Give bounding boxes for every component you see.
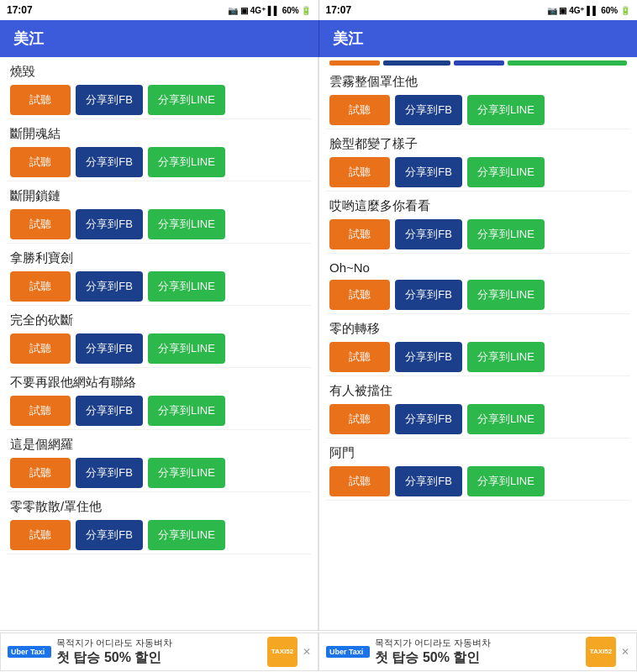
song-title-left-1: 燒毀 (10, 64, 308, 80)
progress-orange (329, 60, 380, 66)
song-buttons-right-6: 試聽 分享到FB 分享到LINE (329, 404, 627, 434)
time-right: 17:07 (326, 4, 352, 16)
song-buttons-left-5: 試聽 分享到FB 分享到LINE (10, 333, 308, 364)
fb-button-right-4[interactable]: 分享到FB (395, 280, 462, 310)
progress-green (508, 60, 627, 66)
fb-button-left-5[interactable]: 分享到FB (76, 333, 143, 364)
listen-button-left-5[interactable]: 試聽 (10, 333, 71, 364)
song-title-right-4: Oh~No (329, 260, 627, 275)
progress-darkblue (454, 60, 504, 66)
ad-close-left[interactable]: ✕ (303, 646, 311, 658)
song-title-left-3: 斷開鎖鏈 (10, 188, 308, 204)
listen-button-right-5[interactable]: 試聽 (329, 342, 390, 372)
song-title-right-3: 哎哟這麼多你看看 (329, 198, 627, 214)
ad-logo-left: Uber Taxi (8, 646, 51, 658)
listen-button-left-6[interactable]: 試聽 (10, 396, 71, 426)
app-header-left: 美江 (0, 20, 318, 57)
line-button-right-1[interactable]: 分享到LINE (467, 95, 545, 125)
listen-button-left-1[interactable]: 試聽 (10, 85, 71, 115)
fb-button-left-4[interactable]: 分享到FB (76, 271, 143, 302)
song-buttons-right-7: 試聽 分享到FB 分享到LINE (329, 466, 627, 496)
fb-button-right-5[interactable]: 分享到FB (395, 342, 462, 372)
song-item-right-6: 有人被擋住 試聽 分享到FB 分享到LINE (326, 376, 630, 438)
fb-button-left-1[interactable]: 分享到FB (76, 85, 143, 115)
progress-blue (383, 60, 450, 66)
song-title-left-4: 拿勝利寶劍 (10, 250, 308, 266)
ad-tagline-left: 목적지가 어디라도 자동벼차 (56, 637, 262, 649)
listen-button-right-7[interactable]: 試聽 (329, 466, 390, 496)
fb-button-left-7[interactable]: 分享到FB (76, 458, 143, 488)
line-button-right-2[interactable]: 分享到LINE (467, 157, 545, 187)
song-buttons-left-1: 試聽 分享到FB 分享到LINE (10, 85, 308, 115)
listen-button-left-4[interactable]: 試聽 (10, 271, 71, 302)
time-left: 17:07 (7, 4, 33, 16)
line-button-right-6[interactable]: 分享到LINE (467, 404, 545, 434)
song-item-right-5: 零的轉移 試聽 分享到FB 分享到LINE (326, 314, 630, 376)
app-title-right: 美江 (333, 29, 363, 49)
listen-button-left-2[interactable]: 試聽 (10, 147, 71, 177)
ad-banner: Uber Taxi 목적지가 어디라도 자동벼차 첫 탑승 50% 할인 TAX… (0, 630, 637, 672)
ad-left[interactable]: Uber Taxi 목적지가 어디라도 자동벼차 첫 탑승 50% 할인 TAX… (0, 633, 318, 671)
listen-button-right-3[interactable]: 試聽 (329, 219, 390, 249)
song-item-left-5: 完全的砍斷 試聽 分享到FB 分享到LINE (7, 306, 311, 368)
ad-tagline-right: 목적지가 어디라도 자동벼차 (375, 637, 581, 649)
song-title-left-6: 不要再跟他網站有聯絡 (10, 375, 308, 391)
line-button-left-2[interactable]: 分享到LINE (148, 147, 225, 177)
fb-button-left-2[interactable]: 分享到FB (76, 147, 143, 177)
song-item-left-1: 燒毀 試聽 分享到FB 分享到LINE (7, 57, 311, 119)
song-buttons-left-7: 試聽 分享到FB 分享到LINE (10, 458, 308, 488)
fb-button-left-8[interactable]: 分享到FB (76, 520, 143, 550)
status-bar-right: 17:07 📷 ▣ 4G⁺ ▌▌ 60% 🔋 (319, 4, 638, 16)
ad-text-left: 목적지가 어디라도 자동벼차 첫 탑승 50% 할인 (56, 637, 262, 667)
fb-button-right-7[interactable]: 分享到FB (395, 466, 462, 496)
listen-button-left-8[interactable]: 試聽 (10, 520, 71, 550)
line-button-left-1[interactable]: 分享到LINE (148, 85, 225, 115)
line-button-left-6[interactable]: 分享到LINE (148, 396, 225, 426)
line-button-right-5[interactable]: 分享到LINE (467, 342, 545, 372)
line-button-left-7[interactable]: 分享到LINE (148, 458, 225, 488)
listen-button-left-3[interactable]: 試聽 (10, 209, 71, 239)
fb-button-right-3[interactable]: 分享到FB (395, 219, 462, 249)
ad-content: Uber Taxi 목적지가 어디라도 자동벼차 첫 탑승 50% 할인 TAX… (0, 633, 637, 671)
song-item-right-1: 雲霧整個罩住他 試聽 分享到FB 分享到LINE (326, 67, 630, 129)
app-header-right: 美江 (319, 20, 638, 57)
ad-text-right: 목적지가 어디라도 자동벼차 첫 탑승 50% 할인 (375, 637, 581, 667)
fb-button-right-2[interactable]: 分享到FB (395, 157, 462, 187)
listen-button-left-7[interactable]: 試聽 (10, 458, 71, 488)
song-buttons-right-3: 試聽 分享到FB 分享到LINE (329, 219, 627, 249)
song-buttons-left-3: 試聽 分享到FB 分享到LINE (10, 209, 308, 239)
line-button-right-3[interactable]: 分享到LINE (467, 219, 545, 249)
song-item-right-2: 臉型都變了樣子 試聽 分享到FB 分享到LINE (326, 129, 630, 192)
song-title-left-2: 斷開魂結 (10, 126, 308, 142)
song-title-left-5: 完全的砍斷 (10, 312, 308, 328)
song-buttons-left-2: 試聽 分享到FB 分享到LINE (10, 147, 308, 177)
fb-button-left-3[interactable]: 分享到FB (76, 209, 143, 239)
fb-button-right-1[interactable]: 分享到FB (395, 95, 462, 125)
line-button-right-4[interactable]: 分享到LINE (467, 280, 545, 310)
listen-button-right-4[interactable]: 試聽 (329, 280, 390, 310)
listen-button-right-2[interactable]: 試聽 (329, 157, 390, 187)
ad-discount-right: 첫 탑승 50% 할인 (375, 649, 581, 667)
song-item-left-4: 拿勝利寶劍 試聽 分享到FB 分享到LINE (7, 244, 311, 306)
progress-bars (326, 57, 630, 67)
song-item-left-3: 斷開鎖鏈 試聽 分享到FB 分享到LINE (7, 181, 311, 244)
line-button-right-7[interactable]: 分享到LINE (467, 466, 545, 496)
line-button-left-4[interactable]: 分享到LINE (148, 271, 225, 302)
line-button-left-5[interactable]: 分享到LINE (148, 333, 225, 364)
fb-button-left-6[interactable]: 分享到FB (76, 396, 143, 426)
listen-button-right-1[interactable]: 試聽 (329, 95, 390, 125)
song-title-left-8: 零零散散/罩住他 (10, 499, 308, 515)
status-bar: 17:07 📷 ▣ 4G⁺ ▌▌ 60% 🔋 17:07 📷 ▣ 4G⁺ ▌▌ … (0, 0, 637, 20)
ad-close-right[interactable]: ✕ (621, 646, 629, 658)
song-item-right-7: 阿門 試聽 分享到FB 分享到LINE (326, 438, 630, 501)
fb-button-right-6[interactable]: 分享到FB (395, 404, 462, 434)
song-buttons-right-5: 試聽 分享到FB 分享到LINE (329, 342, 627, 372)
line-button-left-3[interactable]: 分享到LINE (148, 209, 225, 239)
song-title-right-2: 臉型都變了樣子 (329, 136, 627, 152)
ad-right[interactable]: Uber Taxi 목적지가 어디라도 자동벼차 첫 탑승 50% 할인 TAX… (318, 633, 637, 671)
song-item-right-4: Oh~No 試聽 分享到FB 分享到LINE (326, 254, 630, 314)
line-button-left-8[interactable]: 分享到LINE (148, 520, 225, 550)
app-header: 美江 美江 (0, 20, 637, 57)
listen-button-right-6[interactable]: 試聽 (329, 404, 390, 434)
ad-discount-left: 첫 탑승 50% 할인 (56, 649, 262, 667)
